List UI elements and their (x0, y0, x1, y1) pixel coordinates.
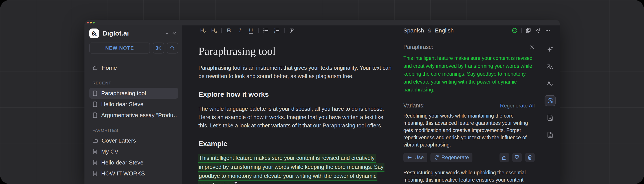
app-name: Diglot.ai (102, 30, 129, 37)
variant-1-text: Redefining your words while maintaining … (404, 112, 535, 149)
thumbs-up-button[interactable] (500, 153, 509, 162)
regenerate-button[interactable]: Regenerate (430, 153, 472, 162)
ai-sparkles-icon[interactable] (544, 44, 556, 55)
heading2-sub: 2 (204, 30, 206, 34)
variant-1-actions: Use Regenerate (404, 153, 535, 162)
workspace-chevron-down-icon[interactable] (163, 30, 171, 37)
new-note-button[interactable]: NEW NOTE (89, 43, 150, 54)
assistant-panel: Paraphrase: This intelligent feature mak… (394, 35, 540, 184)
thumbs-down-button[interactable] (512, 153, 522, 162)
document-icon (92, 160, 98, 165)
use-button[interactable]: Use (404, 153, 427, 162)
bold-button[interactable]: B (224, 26, 234, 35)
numbered-list-button[interactable]: 12 (272, 26, 282, 35)
arrow-left-icon (407, 155, 412, 160)
use-button-label: Use (414, 154, 424, 161)
note-title[interactable]: Paraphrasing tool (198, 45, 392, 57)
variants-label: Variants: (404, 102, 425, 109)
thumbs-down-icon (514, 155, 520, 160)
note-heading[interactable]: Example (198, 140, 392, 148)
spellcheck-icon[interactable] (544, 78, 556, 89)
document-icon (92, 112, 98, 118)
sidebar-item-paraphrasing-tool[interactable]: Paraphrasing tool (89, 88, 178, 99)
note-heading[interactable]: Explore how it works (198, 90, 392, 98)
underline-button[interactable]: U (246, 26, 256, 35)
heading2-button[interactable]: H2 (198, 26, 208, 35)
home-icon (92, 65, 98, 71)
app-logo: & (89, 28, 99, 38)
sidebar-item-my-cv[interactable]: My CV (89, 146, 178, 157)
document-icon (92, 90, 98, 96)
document-icon (92, 171, 98, 176)
svg-text:1: 1 (274, 28, 275, 30)
numbered-list-icon: 12 (274, 28, 280, 33)
logo-glyph: & (92, 30, 97, 37)
note-paragraph[interactable]: The whole language palette is at your di… (198, 105, 392, 130)
heading2-label: H (200, 27, 204, 34)
clear-formatting-icon (289, 28, 295, 33)
highlighted-example-text[interactable]: This intelligent feature makes sure your… (198, 154, 384, 184)
toolbar-divider (521, 28, 522, 33)
app-window: & Diglot.ai NEW NOTE (84, 20, 560, 184)
document-search-icon[interactable] (544, 112, 556, 123)
sidebar-item-label: Paraphrasing tool (101, 90, 146, 97)
regenerate-all-link[interactable]: Regenerate All (500, 103, 535, 109)
note-editor[interactable]: Paraphrasing tool Paraphrasing tool is a… (182, 35, 394, 184)
main-area: H2 H3 B I U 12 (182, 25, 560, 184)
variant-2-text: Restructuring your words while upholding… (404, 169, 535, 184)
bullet-list-button[interactable] (260, 26, 272, 35)
format-toolbar: H2 H3 B I U 12 (182, 25, 560, 35)
source-language[interactable]: Spanish (404, 27, 424, 34)
traffic-close-button[interactable] (87, 22, 89, 23)
sidebar-item-cover-latters[interactable]: Cover Latters (89, 135, 178, 146)
heading3-sub: 3 (215, 30, 217, 34)
sidebar: & Diglot.ai NEW NOTE (84, 25, 182, 184)
bullet-list-icon (263, 28, 269, 33)
delete-variant-button[interactable] (525, 153, 535, 162)
copy-icon[interactable] (524, 26, 533, 35)
more-options-icon[interactable] (543, 26, 552, 35)
example-paragraph[interactable]: This intelligent feature makes sure your… (198, 154, 392, 184)
collapse-sidebar-icon[interactable] (171, 30, 178, 37)
paraphrase-label: Paraphrase: (404, 44, 433, 50)
translate-icon[interactable] (544, 61, 556, 72)
sidebar-item-argumentative-essay[interactable]: Argumentative essay “Produ… (89, 110, 178, 121)
traffic-zoom-button[interactable] (93, 22, 94, 23)
toolbar-divider (221, 28, 222, 33)
refresh-icon (434, 155, 439, 160)
note-paragraph[interactable]: Paraphrasing tool is an instrument that … (198, 64, 392, 80)
traffic-minimize-button[interactable] (90, 22, 92, 23)
grammar-check-status-icon[interactable] (510, 26, 520, 35)
sidebar-item-home[interactable]: Home (89, 62, 178, 73)
thumbs-up-icon (502, 155, 507, 160)
target-language[interactable]: English (435, 27, 454, 34)
search-icon (170, 45, 175, 51)
sidebar-item-label: Home (102, 65, 117, 71)
sidebar-item-label: Hello dear Steve (101, 159, 144, 166)
sidebar-item-label: My CV (101, 148, 118, 155)
sidebar-item-hello-dear-steve[interactable]: Hello dear Steve (89, 99, 178, 110)
command-shortcut-button[interactable] (153, 43, 164, 54)
sidebar-item-label: HOW IT WORKS (101, 170, 145, 177)
sidebar-item-label: Argumentative essay “Produ… (101, 112, 178, 119)
heading3-button[interactable]: H3 (208, 26, 220, 35)
paraphrase-tool-icon[interactable] (544, 95, 556, 106)
tool-rail (540, 35, 560, 184)
toolbar-divider (258, 28, 259, 33)
document-icon (92, 149, 98, 154)
sidebar-item-how-it-works[interactable]: HOW IT WORKS (89, 168, 178, 179)
sidebar-item-hello-dear-steve-2[interactable]: Hello dear Steve (89, 157, 178, 168)
italic-button[interactable]: I (234, 26, 246, 35)
command-icon (156, 45, 161, 51)
summary-document-icon[interactable] (544, 129, 556, 140)
folder-icon (92, 138, 98, 143)
svg-text:2: 2 (274, 31, 275, 33)
panel-toolbar: Spanish & English (394, 26, 560, 35)
sidebar-item-label: Cover Latters (102, 137, 136, 144)
send-icon[interactable] (533, 26, 543, 35)
titlebar (84, 20, 560, 25)
clear-formatting-button[interactable] (286, 26, 297, 35)
paraphrase-result-text: This intelligent feature makes sure your… (404, 54, 535, 94)
search-button[interactable] (167, 43, 178, 54)
close-icon[interactable] (530, 45, 535, 50)
